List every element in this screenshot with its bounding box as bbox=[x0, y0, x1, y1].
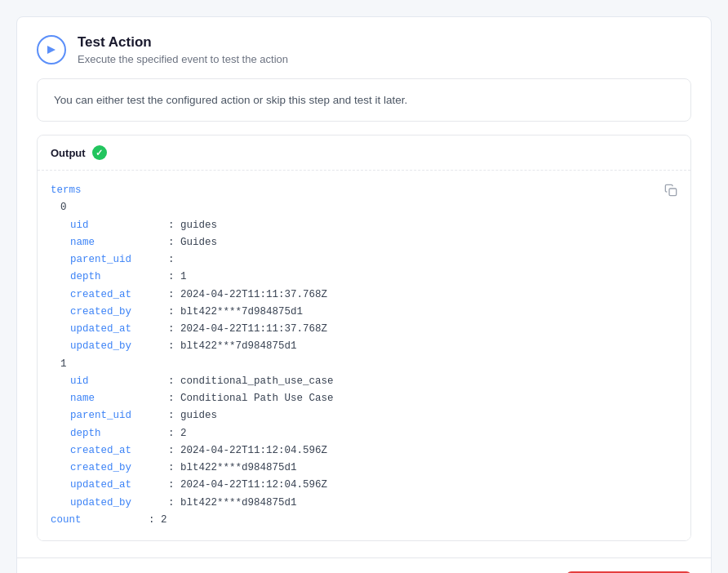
output-label: Output bbox=[51, 147, 86, 159]
info-box: You can either test the configured actio… bbox=[37, 78, 691, 122]
header: Test Action Execute the specified event … bbox=[17, 17, 711, 78]
output-code: terms 0 uid: guides name: Guides parent_… bbox=[51, 182, 677, 529]
page-subtitle: Execute the specified event to test the … bbox=[78, 53, 288, 65]
test-action-icon bbox=[37, 35, 66, 64]
copy-button[interactable] bbox=[661, 180, 681, 203]
output-section: Output terms 0 uid: guides name: Guides … bbox=[37, 135, 691, 541]
output-body: terms 0 uid: guides name: Guides parent_… bbox=[38, 171, 690, 540]
svg-rect-0 bbox=[669, 189, 677, 196]
page-container: Test Action Execute the specified event … bbox=[16, 16, 712, 573]
header-text: Test Action Execute the specified event … bbox=[78, 33, 288, 65]
output-header: Output bbox=[38, 135, 690, 171]
page-title: Test Action bbox=[78, 33, 288, 51]
output-success-icon bbox=[92, 145, 107, 160]
main-content: You can either test the configured actio… bbox=[17, 78, 711, 557]
info-text: You can either test the configured actio… bbox=[54, 94, 674, 106]
footer: Retest ✓ Save and Exit bbox=[17, 557, 711, 573]
